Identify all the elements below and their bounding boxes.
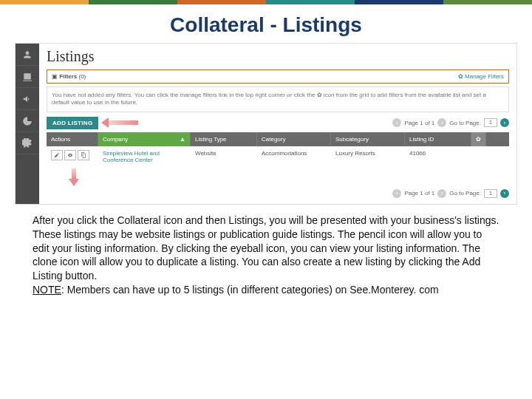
eye-icon bbox=[67, 152, 73, 158]
col-category[interactable]: Category bbox=[257, 132, 331, 146]
col-type[interactable]: Listing Type bbox=[191, 132, 257, 146]
goto-label: Go to Page: bbox=[449, 120, 481, 126]
info-message: You have not added any filters. You can … bbox=[47, 86, 509, 112]
pager-bottom: ‹ Page 1 of 1 › Go to Page: 1 › bbox=[392, 189, 509, 198]
col-actions: Actions bbox=[47, 132, 98, 146]
manage-filters-link[interactable]: ✿ Manage Filters bbox=[458, 73, 504, 80]
note-label: NOTE bbox=[33, 284, 61, 296]
next-page-icon[interactable]: › bbox=[437, 118, 446, 127]
arrow-annotation-left bbox=[101, 117, 138, 128]
view-button[interactable] bbox=[64, 150, 76, 160]
slide-title: Collateral - Listings bbox=[0, 4, 532, 43]
prev-page-icon[interactable]: ‹ bbox=[392, 189, 401, 198]
app-screenshot: Listings ▣ Filters (0) ✿ Manage Filters … bbox=[15, 43, 517, 205]
next-page-icon[interactable]: › bbox=[437, 189, 446, 198]
clone-icon bbox=[81, 152, 86, 158]
page-label: Page 1 of 1 bbox=[404, 190, 434, 197]
goto-page-input[interactable]: 1 bbox=[484, 189, 497, 198]
clone-button[interactable] bbox=[78, 150, 89, 160]
listing-toolbar: ADD LISTING ‹ Page 1 of 1 › Go to Page: … bbox=[47, 117, 509, 129]
content-area: Listings ▣ Filters (0) ✿ Manage Filters … bbox=[39, 44, 516, 204]
arrow-annotation-down bbox=[69, 168, 79, 186]
top-color-bar bbox=[0, 0, 532, 4]
cell-company[interactable]: Simpleview Hotel and Conference Center bbox=[98, 146, 191, 167]
filters-label: Filters bbox=[59, 73, 77, 80]
megaphone-icon[interactable] bbox=[16, 88, 39, 110]
collateral-icon[interactable] bbox=[16, 66, 39, 88]
cell-id: 41066 bbox=[405, 146, 471, 167]
cell-type: Website bbox=[191, 146, 257, 167]
gear-icon: ✿ bbox=[458, 73, 463, 80]
cell-subcategory: Luxury Resorts bbox=[331, 146, 405, 167]
col-company[interactable]: Company▲ bbox=[98, 132, 191, 146]
goto-page-button[interactable]: › bbox=[500, 189, 509, 198]
goto-page-button[interactable]: › bbox=[500, 118, 509, 127]
profile-icon[interactable] bbox=[16, 44, 39, 66]
goto-label: Go to Page: bbox=[449, 190, 481, 197]
cell-category: Accommodations bbox=[257, 146, 331, 167]
page-label: Page 1 of 1 bbox=[404, 120, 434, 126]
reports-icon[interactable] bbox=[16, 110, 39, 132]
grid-header: Actions Company▲ Listing Type Category S… bbox=[47, 132, 509, 146]
col-id[interactable]: Listing ID bbox=[405, 132, 471, 146]
slide-body-text: After you click the Collateral icon and … bbox=[0, 205, 532, 297]
prev-page-icon[interactable]: ‹ bbox=[392, 118, 401, 127]
add-listing-button[interactable]: ADD LISTING bbox=[47, 117, 98, 129]
sort-asc-icon: ▲ bbox=[180, 136, 185, 143]
goto-page-input[interactable]: 1 bbox=[484, 118, 497, 127]
filter-toggle-icon[interactable]: ▣ bbox=[52, 73, 58, 80]
pencil-icon bbox=[54, 152, 60, 158]
col-subcategory[interactable]: Subcategory bbox=[331, 132, 405, 146]
settings-icon[interactable] bbox=[16, 132, 39, 154]
sidebar bbox=[16, 44, 39, 204]
table-row: Simpleview Hotel and Conference Center W… bbox=[47, 146, 509, 167]
grid-settings-icon[interactable]: ✿ bbox=[471, 132, 486, 146]
filters-panel: ▣ Filters (0) ✿ Manage Filters bbox=[47, 69, 509, 83]
pager-top: ‹ Page 1 of 1 › Go to Page: 1 › bbox=[392, 118, 509, 127]
edit-button[interactable] bbox=[51, 150, 63, 160]
page-title: Listings bbox=[47, 48, 509, 65]
filters-count: (0) bbox=[78, 73, 86, 80]
